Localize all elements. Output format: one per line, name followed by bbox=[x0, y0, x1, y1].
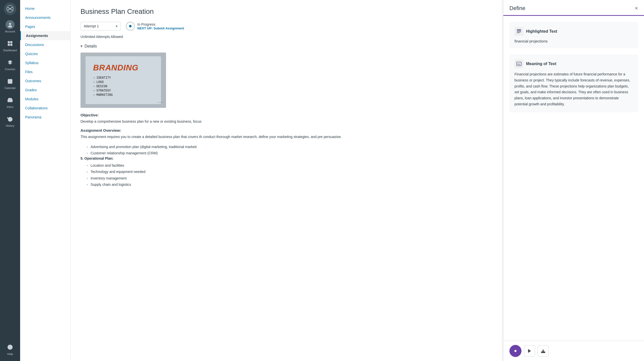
help-icon bbox=[6, 343, 15, 352]
branding-items: IDENTITY LOGO DESIGN STRATEGY MARKETING bbox=[93, 75, 113, 98]
course-nav-home[interactable]: Home bbox=[20, 4, 70, 13]
details-section: ▾ Details BRANDING IDENTITY LOGO DESIGN … bbox=[80, 44, 493, 188]
dashboard-icon bbox=[6, 39, 15, 48]
list-item: Advertising and promotion plan (digital … bbox=[87, 144, 493, 150]
svg-rect-14 bbox=[8, 44, 10, 46]
page-title: Business Plan Creation bbox=[80, 8, 493, 16]
define-panel: Define × Highlighted Text financial proj… bbox=[503, 0, 644, 361]
close-button[interactable]: × bbox=[635, 6, 638, 11]
account-avatar bbox=[6, 20, 15, 29]
branding-image: BRANDING IDENTITY LOGO DESIGN STRATEGY M… bbox=[80, 53, 166, 108]
status-next[interactable]: NEXT UP: Submit Assignment bbox=[137, 26, 184, 30]
ai-button[interactable] bbox=[509, 345, 521, 357]
overview-text: This assignment requires you to create a… bbox=[80, 134, 493, 140]
course-nav-quizzes[interactable]: Quizzes bbox=[20, 49, 70, 58]
course-nav-announcements[interactable]: Announcements bbox=[20, 13, 70, 22]
chevron-down-icon: ▾ bbox=[116, 24, 117, 28]
svg-rect-12 bbox=[8, 41, 10, 43]
calendar-icon bbox=[6, 77, 15, 86]
meaning-label: Meaning of Text bbox=[526, 62, 556, 66]
chevron-down-icon: ▾ bbox=[80, 44, 83, 49]
nav-label-courses: Courses bbox=[5, 68, 15, 71]
define-title: Define bbox=[509, 5, 526, 12]
nav-item-dashboard[interactable]: Dashboard bbox=[0, 37, 20, 53]
course-nav-discussions[interactable]: Discussions bbox=[20, 40, 70, 49]
course-nav-modules[interactable]: Modules bbox=[20, 95, 70, 104]
history-icon bbox=[6, 114, 15, 123]
inbox-icon bbox=[6, 96, 15, 105]
nav-item-history[interactable]: History bbox=[0, 113, 20, 129]
courses-icon bbox=[6, 58, 15, 67]
meaning-text: Financial projections are estimates of f… bbox=[514, 71, 633, 107]
canvas-logo[interactable] bbox=[4, 3, 16, 15]
attempt-select[interactable]: Attempt 1 ▾ bbox=[80, 22, 121, 30]
svg-point-10 bbox=[9, 23, 11, 25]
highlighted-word: financial projections bbox=[514, 39, 633, 43]
list-item: Location and facilities bbox=[87, 162, 493, 169]
nav-item-inbox[interactable]: Inbox bbox=[0, 94, 20, 110]
define-body: Highlighted Text financial projections A… bbox=[503, 16, 644, 341]
status-label: In Progress bbox=[137, 22, 184, 26]
objective-text: Develop a comprehensive business plan fo… bbox=[80, 119, 493, 124]
define-footer bbox=[503, 341, 644, 361]
nav-item-courses[interactable]: Courses bbox=[0, 56, 20, 72]
nav-label-dashboard: Dashboard bbox=[3, 49, 17, 52]
highlighted-text-icon bbox=[514, 27, 524, 36]
svg-rect-13 bbox=[10, 41, 12, 43]
details-header[interactable]: ▾ Details bbox=[80, 44, 493, 49]
objective-heading: Objective: bbox=[80, 113, 493, 117]
nav-label-history: History bbox=[6, 124, 14, 127]
list-item: Technology and equipment needed bbox=[87, 169, 493, 175]
branding-card: BRANDING IDENTITY LOGO DESIGN STRATEGY M… bbox=[86, 56, 161, 104]
attempt-label: Attempt 1 bbox=[84, 24, 99, 28]
course-nav-grades[interactable]: Grades bbox=[20, 85, 70, 95]
meaning-icon-row: Az Meaning of Text bbox=[514, 59, 633, 68]
list-item: Supply chain and logistics bbox=[87, 182, 493, 188]
svg-marker-32 bbox=[528, 349, 531, 353]
course-nav: Home Announcements Pages Assignments Dis… bbox=[20, 0, 70, 361]
nav-label-inbox: Inbox bbox=[7, 105, 14, 108]
svg-point-31 bbox=[515, 350, 516, 352]
play-button[interactable] bbox=[524, 345, 535, 356]
list-item: Inventory management bbox=[87, 175, 493, 182]
operational-heading: 5. Operational Plan: bbox=[80, 156, 493, 160]
course-nav-outcomes[interactable]: Outcomes bbox=[20, 76, 70, 85]
status-text: In Progress NEXT UP: Submit Assignment bbox=[137, 22, 184, 30]
branding-item: MARKETING bbox=[93, 93, 113, 97]
nav-item-calendar[interactable]: Calendar bbox=[0, 75, 20, 91]
course-nav-panorama[interactable]: Panorama bbox=[20, 113, 70, 122]
branding-title: BRANDING bbox=[93, 63, 138, 72]
course-nav-syllabus[interactable]: Syllabus bbox=[20, 58, 70, 67]
attempt-bar: Attempt 1 ▾ In Progress NEXT UP: Submit … bbox=[80, 22, 493, 31]
more-options-button[interactable]: ··· bbox=[158, 100, 163, 105]
list-item: Customer relationship management (CRM) bbox=[87, 150, 493, 156]
svg-text:Az: Az bbox=[517, 63, 520, 65]
define-header: Define × bbox=[503, 0, 644, 16]
highlighted-icon-row: Highlighted Text bbox=[514, 27, 633, 36]
status-circle-inner bbox=[129, 25, 132, 27]
download-button[interactable] bbox=[538, 345, 549, 356]
course-nav-files[interactable]: Files bbox=[20, 67, 70, 76]
main-content: Business Plan Creation Attempt 1 ▾ In Pr… bbox=[70, 0, 503, 361]
course-nav-pages[interactable]: Pages bbox=[20, 22, 70, 31]
branding-item: LOGO bbox=[93, 80, 113, 84]
svg-point-11 bbox=[8, 25, 12, 27]
global-nav: Account Dashboard Courses bbox=[0, 0, 20, 361]
nav-label-account: Account bbox=[5, 30, 15, 33]
nav-item-help[interactable]: Help bbox=[0, 341, 20, 357]
nav-item-account[interactable]: Account bbox=[0, 19, 20, 34]
meaning-section: Az Meaning of Text Financial projections… bbox=[509, 54, 638, 112]
operational-list: Location and facilities Technology and e… bbox=[87, 162, 493, 188]
bullet-list: Advertising and promotion plan (digital … bbox=[87, 144, 493, 156]
course-nav-collaborations[interactable]: Collaborations bbox=[20, 104, 70, 113]
svg-rect-24 bbox=[517, 29, 521, 30]
highlighted-label: Highlighted Text bbox=[526, 29, 557, 34]
svg-rect-15 bbox=[10, 44, 12, 46]
branding-item: STRATEGY bbox=[93, 89, 113, 93]
course-nav-assignments[interactable]: Assignments bbox=[20, 31, 70, 40]
unlimited-text: Unlimited Attempts Allowed bbox=[80, 35, 493, 39]
status-area: In Progress NEXT UP: Submit Assignment bbox=[126, 22, 184, 31]
highlighted-section: Highlighted Text financial projections bbox=[509, 22, 638, 48]
branding-item: DESIGN bbox=[93, 85, 113, 88]
overview-heading: Assignment Overview: bbox=[80, 128, 493, 132]
